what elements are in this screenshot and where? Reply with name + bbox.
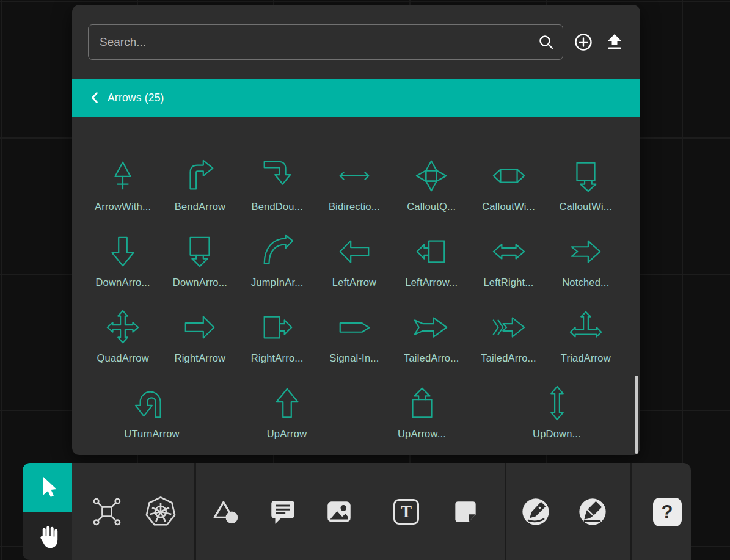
shape-item-up-down-arrow[interactable]: UpDown...	[489, 384, 624, 440]
upload-shape-button[interactable]	[605, 33, 624, 51]
shape-item-arrow-with-tip[interactable]: ArrowWith...	[84, 157, 161, 213]
shape-label: UTurnArrow	[124, 428, 179, 440]
back-button[interactable]	[90, 92, 98, 104]
shape-item-left-arrow-callout[interactable]: LeftArrow...	[393, 233, 470, 288]
shape-grid: ArrowWith...BendArrowBendDou...Bidirecti…	[84, 157, 624, 460]
shape-item-jump-in-arrow[interactable]: JumpInAr...	[239, 233, 316, 288]
shape-item-quad-arrow[interactable]: QuadArrow	[84, 308, 161, 364]
shape-row: UTurnArrowUpArrowUpArrow...UpDown...	[84, 384, 624, 440]
shape-label: UpArrow	[267, 428, 307, 440]
kubernetes-tool-button[interactable]	[141, 492, 180, 531]
search-row	[88, 24, 626, 60]
jump-in-arrow-icon	[258, 233, 296, 271]
quad-arrow-icon	[104, 308, 142, 346]
shape-item-down-arrow-callout[interactable]: DownArro...	[161, 233, 238, 288]
comment-icon	[268, 496, 298, 527]
help-frame: ?	[653, 498, 682, 526]
hand-icon	[34, 522, 61, 550]
shape-item-signal-in[interactable]: Signal-In...	[316, 308, 393, 364]
text-tool-frame: T	[393, 499, 419, 525]
left-right-arrow-icon	[490, 233, 528, 271]
help-button[interactable]: ?	[648, 492, 687, 531]
select-tool-button[interactable]	[23, 463, 72, 512]
shape-item-callout-quad-arrow[interactable]: CalloutQ...	[393, 157, 470, 213]
search-input-wrapper	[88, 24, 563, 60]
down-arrow-callout-icon	[181, 233, 219, 271]
shape-label: RightArrow	[175, 352, 226, 364]
chevron-left-icon	[90, 92, 98, 104]
shape-item-callout-down-arrow[interactable]: CalloutWi...	[547, 157, 624, 213]
shape-item-triad-arrow[interactable]: TriadArrow	[547, 308, 624, 364]
shape-label: CalloutWi...	[482, 201, 535, 213]
shape-label: DownArro...	[173, 277, 227, 288]
pan-tool-button[interactable]	[23, 512, 72, 560]
bend-double-arrow-icon	[258, 157, 296, 195]
shape-item-up-arrow[interactable]: UpArrow	[219, 384, 354, 440]
shape-label: DownArro...	[95, 277, 150, 288]
bidirectional-arrow-icon	[335, 157, 373, 195]
category-header: Arrows (25)	[72, 79, 640, 117]
toolbar-divider	[630, 463, 632, 560]
text-tool-button[interactable]: T	[387, 492, 426, 531]
shape-label: ArrowWith...	[95, 201, 151, 213]
shape-item-right-arrow[interactable]: RightArrow	[161, 308, 238, 364]
signal-in-icon	[335, 308, 373, 346]
shape-label: Signal-In...	[329, 352, 379, 364]
shape-item-bend-double-arrow[interactable]: BendDou...	[239, 157, 316, 213]
shape-item-callout-left-right-arrow[interactable]: CalloutWi...	[470, 157, 547, 213]
shapes-icon	[211, 496, 241, 527]
down-arrow-icon	[104, 233, 142, 271]
highlighter-icon	[577, 496, 608, 528]
circuit-icon	[91, 496, 123, 528]
triad-arrow-icon	[567, 308, 605, 346]
right-arrow-callout-icon	[258, 308, 296, 346]
arrow-with-tip-icon	[104, 157, 142, 195]
up-arrow-icon	[268, 384, 306, 422]
shape-item-right-arrow-callout[interactable]: RightArro...	[239, 308, 316, 364]
sticky-note-icon	[450, 496, 481, 527]
shape-item-up-arrow-callout[interactable]: UpArrow...	[354, 384, 489, 440]
shape-label: BendDou...	[251, 201, 303, 213]
pen-tool-button[interactable]	[516, 492, 555, 531]
help-glyph: ?	[662, 503, 673, 522]
shape-item-u-turn-arrow[interactable]: UTurnArrow	[84, 384, 219, 440]
callout-quad-arrow-icon	[412, 157, 450, 195]
bottom-toolbar: T ?	[72, 463, 691, 560]
toolbar-divider	[505, 463, 506, 560]
tailed-arrow-chevron-icon	[490, 308, 528, 346]
shape-label: UpDown...	[533, 428, 581, 440]
shape-item-left-right-arrow[interactable]: LeftRight...	[470, 233, 547, 288]
shapes-tool-button[interactable]	[206, 492, 246, 531]
shape-item-tailed-arrow-chevron[interactable]: TailedArro...	[470, 308, 547, 364]
shape-label: TriadArrow	[561, 352, 611, 364]
up-arrow-callout-icon	[403, 384, 441, 422]
cursor-icon	[35, 474, 60, 501]
shape-item-notched-right-arrow[interactable]: Notched...	[547, 233, 624, 288]
image-icon	[324, 496, 354, 527]
shape-item-left-arrow[interactable]: LeftArrow	[316, 233, 393, 288]
shape-item-down-arrow[interactable]: DownArro...	[84, 233, 161, 288]
shape-label: TailedArro...	[481, 352, 536, 364]
comment-tool-button[interactable]	[263, 492, 302, 531]
shape-item-tailed-arrow[interactable]: TailedArro...	[393, 308, 470, 364]
shape-label: QuadArrow	[97, 352, 149, 364]
add-shape-button[interactable]	[574, 32, 593, 52]
u-turn-arrow-icon	[133, 384, 171, 422]
circuit-tool-button[interactable]	[87, 492, 126, 531]
image-tool-button[interactable]	[319, 492, 359, 531]
panel-scrollbar-thumb[interactable]	[635, 376, 638, 454]
note-tool-button[interactable]	[446, 492, 485, 531]
pen-icon	[520, 496, 552, 528]
right-arrow-icon	[181, 308, 219, 346]
pointer-tool-column	[23, 463, 72, 560]
left-arrow-callout-icon	[412, 233, 450, 271]
kubernetes-icon	[144, 495, 177, 528]
shape-label: Bidirectio...	[329, 201, 380, 213]
callout-left-right-arrow-icon	[490, 157, 528, 195]
shape-item-bend-arrow[interactable]: BendArrow	[161, 157, 238, 213]
shape-item-bidirectional-arrow[interactable]: Bidirectio...	[316, 157, 393, 213]
up-down-arrow-icon	[538, 384, 576, 422]
search-input[interactable]	[88, 24, 563, 60]
highlighter-tool-button[interactable]	[573, 492, 612, 531]
shape-label: LeftRight...	[483, 277, 533, 288]
